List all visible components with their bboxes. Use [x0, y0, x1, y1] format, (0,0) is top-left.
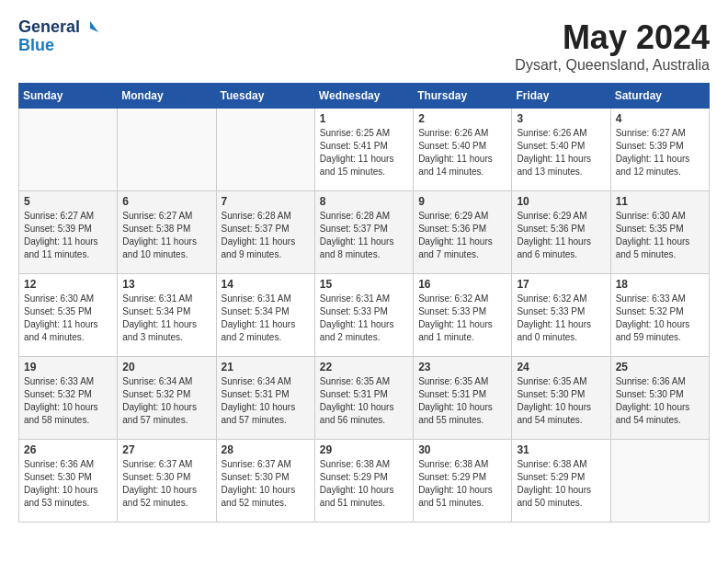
day-info: Sunrise: 6:29 AM Sunset: 5:36 PM Dayligh… [517, 210, 605, 261]
day-number: 9 [418, 195, 506, 208]
day-number: 29 [320, 443, 408, 456]
day-info: Sunrise: 6:38 AM Sunset: 5:29 PM Dayligh… [418, 458, 506, 510]
day-info: Sunrise: 6:35 AM Sunset: 5:31 PM Dayligh… [418, 375, 506, 427]
day-number: 3 [517, 112, 605, 125]
calendar-cell: 26Sunrise: 6:36 AM Sunset: 5:30 PM Dayli… [19, 440, 118, 523]
calendar-cell: 20Sunrise: 6:34 AM Sunset: 5:32 PM Dayli… [118, 357, 216, 440]
day-number: 26 [24, 443, 112, 456]
weekday-header-friday: Friday [512, 84, 610, 109]
day-number: 1 [320, 112, 408, 125]
weekday-header-thursday: Thursday [414, 84, 512, 109]
day-number: 16 [418, 278, 506, 291]
day-info: Sunrise: 6:36 AM Sunset: 5:30 PM Dayligh… [24, 458, 112, 510]
day-info: Sunrise: 6:38 AM Sunset: 5:29 PM Dayligh… [517, 458, 605, 510]
logo-blue: Blue [18, 37, 54, 55]
day-number: 5 [24, 195, 112, 208]
calendar-cell: 7Sunrise: 6:28 AM Sunset: 5:37 PM Daylig… [216, 191, 314, 274]
weekday-header-sunday: Sunday [19, 84, 118, 109]
day-number: 11 [616, 195, 704, 208]
calendar-cell: 1Sunrise: 6:25 AM Sunset: 5:41 PM Daylig… [314, 109, 413, 191]
calendar-table: SundayMondayTuesdayWednesdayThursdayFrid… [18, 83, 710, 523]
day-info: Sunrise: 6:25 AM Sunset: 5:41 PM Dayligh… [320, 127, 408, 178]
calendar-cell: 22Sunrise: 6:35 AM Sunset: 5:31 PM Dayli… [314, 357, 413, 440]
day-info: Sunrise: 6:33 AM Sunset: 5:32 PM Dayligh… [616, 293, 704, 344]
location-title: Dysart, Queensland, Australia [515, 57, 710, 74]
day-info: Sunrise: 6:27 AM Sunset: 5:38 PM Dayligh… [122, 210, 210, 261]
month-title: May 2024 [515, 18, 710, 57]
day-number: 31 [517, 443, 605, 456]
day-info: Sunrise: 6:34 AM Sunset: 5:31 PM Dayligh… [222, 375, 310, 427]
calendar-cell [19, 109, 118, 191]
calendar-row-3: 12Sunrise: 6:30 AM Sunset: 5:35 PM Dayli… [19, 274, 710, 357]
calendar-cell: 30Sunrise: 6:38 AM Sunset: 5:29 PM Dayli… [414, 440, 512, 523]
day-info: Sunrise: 6:36 AM Sunset: 5:30 PM Dayligh… [616, 375, 704, 427]
day-number: 28 [222, 443, 310, 456]
day-info: Sunrise: 6:31 AM Sunset: 5:33 PM Dayligh… [320, 293, 408, 344]
day-number: 19 [24, 361, 112, 373]
calendar-cell [216, 109, 314, 191]
day-info: Sunrise: 6:27 AM Sunset: 5:39 PM Dayligh… [616, 127, 704, 178]
day-info: Sunrise: 6:37 AM Sunset: 5:30 PM Dayligh… [122, 458, 210, 510]
calendar-cell: 16Sunrise: 6:32 AM Sunset: 5:33 PM Dayli… [414, 274, 512, 357]
day-info: Sunrise: 6:28 AM Sunset: 5:37 PM Dayligh… [222, 210, 310, 261]
day-info: Sunrise: 6:32 AM Sunset: 5:33 PM Dayligh… [517, 293, 605, 344]
day-info: Sunrise: 6:32 AM Sunset: 5:33 PM Dayligh… [418, 293, 506, 344]
day-info: Sunrise: 6:26 AM Sunset: 5:40 PM Dayligh… [418, 127, 506, 178]
logo: General Blue [18, 18, 98, 55]
day-info: Sunrise: 6:30 AM Sunset: 5:35 PM Dayligh… [616, 210, 704, 261]
day-info: Sunrise: 6:38 AM Sunset: 5:29 PM Dayligh… [320, 458, 408, 510]
day-number: 20 [122, 361, 210, 373]
calendar-cell: 10Sunrise: 6:29 AM Sunset: 5:36 PM Dayli… [512, 191, 610, 274]
calendar-row-5: 26Sunrise: 6:36 AM Sunset: 5:30 PM Dayli… [19, 440, 710, 523]
day-number: 30 [418, 443, 506, 456]
title-area: May 2024 Dysart, Queensland, Australia [515, 18, 710, 74]
calendar-cell: 3Sunrise: 6:26 AM Sunset: 5:40 PM Daylig… [512, 109, 610, 191]
day-number: 22 [320, 361, 408, 373]
day-number: 17 [517, 278, 605, 291]
calendar-cell: 25Sunrise: 6:36 AM Sunset: 5:30 PM Dayli… [610, 357, 709, 440]
calendar-cell: 23Sunrise: 6:35 AM Sunset: 5:31 PM Dayli… [414, 357, 512, 440]
day-number: 10 [517, 195, 605, 208]
day-number: 12 [24, 278, 112, 291]
weekday-header-monday: Monday [118, 84, 216, 109]
day-info: Sunrise: 6:26 AM Sunset: 5:40 PM Dayligh… [517, 127, 605, 178]
day-info: Sunrise: 6:31 AM Sunset: 5:34 PM Dayligh… [222, 293, 310, 344]
logo-general: General [18, 18, 80, 37]
calendar-cell: 5Sunrise: 6:27 AM Sunset: 5:39 PM Daylig… [19, 191, 118, 274]
calendar-cell: 28Sunrise: 6:37 AM Sunset: 5:30 PM Dayli… [216, 440, 314, 523]
day-number: 8 [320, 195, 408, 208]
calendar-cell: 4Sunrise: 6:27 AM Sunset: 5:39 PM Daylig… [610, 109, 709, 191]
day-number: 18 [616, 278, 704, 291]
day-info: Sunrise: 6:33 AM Sunset: 5:32 PM Dayligh… [24, 375, 112, 427]
calendar-cell: 2Sunrise: 6:26 AM Sunset: 5:40 PM Daylig… [414, 109, 512, 191]
logo-bird-icon [82, 19, 98, 36]
calendar-cell [118, 109, 216, 191]
calendar-cell: 27Sunrise: 6:37 AM Sunset: 5:30 PM Dayli… [118, 440, 216, 523]
day-info: Sunrise: 6:28 AM Sunset: 5:37 PM Dayligh… [320, 210, 408, 261]
weekday-header-row: SundayMondayTuesdayWednesdayThursdayFrid… [19, 84, 710, 109]
calendar-cell: 8Sunrise: 6:28 AM Sunset: 5:37 PM Daylig… [314, 191, 413, 274]
calendar-cell: 19Sunrise: 6:33 AM Sunset: 5:32 PM Dayli… [19, 357, 118, 440]
day-number: 15 [320, 278, 408, 291]
day-info: Sunrise: 6:29 AM Sunset: 5:36 PM Dayligh… [418, 210, 506, 261]
day-info: Sunrise: 6:27 AM Sunset: 5:39 PM Dayligh… [24, 210, 112, 261]
calendar-cell: 6Sunrise: 6:27 AM Sunset: 5:38 PM Daylig… [118, 191, 216, 274]
weekday-header-wednesday: Wednesday [314, 84, 413, 109]
day-info: Sunrise: 6:37 AM Sunset: 5:30 PM Dayligh… [222, 458, 310, 510]
day-number: 27 [122, 443, 210, 456]
day-info: Sunrise: 6:30 AM Sunset: 5:35 PM Dayligh… [24, 293, 112, 344]
calendar-cell: 15Sunrise: 6:31 AM Sunset: 5:33 PM Dayli… [314, 274, 413, 357]
header: General Blue May 2024 Dysart, Queensland… [18, 18, 710, 74]
calendar-row-4: 19Sunrise: 6:33 AM Sunset: 5:32 PM Dayli… [19, 357, 710, 440]
weekday-header-saturday: Saturday [610, 84, 709, 109]
weekday-header-tuesday: Tuesday [216, 84, 314, 109]
day-info: Sunrise: 6:31 AM Sunset: 5:34 PM Dayligh… [122, 293, 210, 344]
svg-marker-0 [90, 21, 98, 32]
calendar-cell: 29Sunrise: 6:38 AM Sunset: 5:29 PM Dayli… [314, 440, 413, 523]
day-number: 25 [616, 361, 704, 373]
day-number: 14 [222, 278, 310, 291]
day-number: 7 [222, 195, 310, 208]
calendar-cell: 13Sunrise: 6:31 AM Sunset: 5:34 PM Dayli… [118, 274, 216, 357]
day-number: 23 [418, 361, 506, 373]
calendar-cell: 31Sunrise: 6:38 AM Sunset: 5:29 PM Dayli… [512, 440, 610, 523]
